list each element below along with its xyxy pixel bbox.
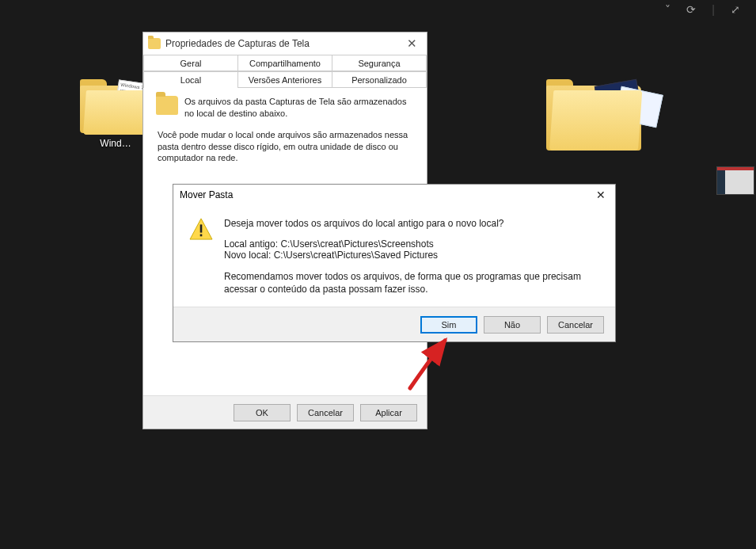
tab-local[interactable]: Local xyxy=(143,71,238,87)
folder-icon: ———————— xyxy=(546,79,641,151)
move-dialog-recommend: Recomendamos mover todos os arquivos, de… xyxy=(224,270,599,295)
tab-row-2: Local Versões Anteriores Personalizado xyxy=(143,71,427,88)
move-dialog-title: Mover Pasta xyxy=(180,189,233,200)
properties-body: Os arquivos da pasta Capturas de Tela sã… xyxy=(143,88,427,172)
cancel-button[interactable]: Cancelar xyxy=(547,316,604,334)
close-icon[interactable]: ✕ xyxy=(402,36,422,51)
cancel-button[interactable]: Cancelar xyxy=(297,404,354,421)
properties-summary: Os arquivos da pasta Capturas de Tela sã… xyxy=(184,96,414,120)
properties-footer: OK Cancelar Aplicar xyxy=(143,395,427,429)
no-button[interactable]: Não xyxy=(484,316,541,334)
apply-button[interactable]: Aplicar xyxy=(360,404,417,421)
properties-title-text: Propriedades de Capturas de Tela xyxy=(165,38,310,49)
tab-compartilhamento[interactable]: Compartilhamento xyxy=(238,55,332,71)
move-folder-dialog: Mover Pasta ✕ Deseja mover todos os arqu… xyxy=(173,184,616,342)
tab-row-1: Geral Compartilhamento Segurança xyxy=(143,55,427,71)
desktop-folder-left-label: Wind… xyxy=(100,138,131,149)
folder-icon xyxy=(156,96,178,115)
tab-versoes[interactable]: Versões Anteriores xyxy=(238,71,332,87)
yes-button[interactable]: Sim xyxy=(420,316,477,334)
svg-rect-1 xyxy=(200,224,203,232)
chevron-down-icon[interactable]: ˅ xyxy=(665,3,671,16)
move-dialog-titlebar[interactable]: Mover Pasta ✕ xyxy=(173,185,615,205)
desktop-folder-right[interactable]: ———————— xyxy=(522,79,665,151)
warning-icon xyxy=(189,218,213,240)
close-icon[interactable]: ✕ xyxy=(593,189,609,201)
tab-personalizado[interactable]: Personalizado xyxy=(332,71,427,87)
properties-explain: Você pode mudar o local onde arquivos sã… xyxy=(158,129,414,165)
thumbnail-side[interactable] xyxy=(716,166,754,195)
refresh-icon[interactable]: ⟳ xyxy=(686,3,696,16)
svg-rect-2 xyxy=(200,234,203,237)
properties-titlebar[interactable]: Propriedades de Capturas de Tela ✕ xyxy=(143,32,427,55)
expand-icon[interactable]: ⤢ xyxy=(731,3,740,16)
ok-button[interactable]: OK xyxy=(234,404,291,421)
move-dialog-question: Deseja mover todos os arquivos do local … xyxy=(224,218,599,229)
move-dialog-old-path: Local antigo: C:\Users\creat\Pictures\Sc… xyxy=(224,238,599,250)
folder-icon: Windows 7--------------- xyxy=(80,79,151,133)
move-dialog-new-path: Novo local: C:\Users\creat\Pictures\Save… xyxy=(224,250,599,261)
tab-seguranca[interactable]: Segurança xyxy=(332,55,427,71)
tab-geral[interactable]: Geral xyxy=(143,55,238,71)
photos-topbar: ˅ ⟳ | ⤢ xyxy=(649,0,756,19)
move-dialog-footer: Sim Não Cancelar xyxy=(173,307,615,341)
folder-icon xyxy=(148,38,161,49)
